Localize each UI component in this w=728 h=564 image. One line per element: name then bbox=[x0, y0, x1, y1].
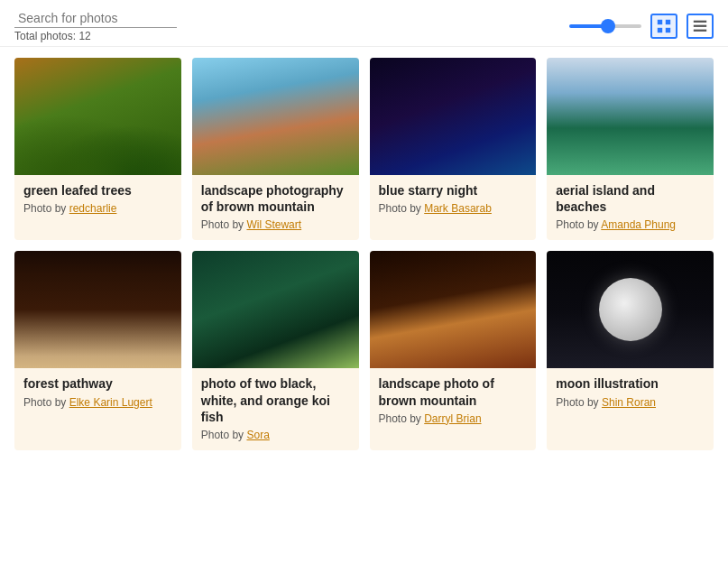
photo-author-forest-pathway[interactable]: Elke Karin Lugert bbox=[69, 396, 152, 409]
photo-image-moon-illustration bbox=[547, 251, 714, 368]
photo-info-landscape-brown-mountain: landscape photography of brown mountainP… bbox=[192, 175, 359, 240]
list-view-button[interactable] bbox=[687, 14, 714, 39]
photo-grid: green leafed treesPhoto by redcharlielan… bbox=[0, 47, 728, 461]
photo-credit-green-leafed-trees: Photo by redcharlie bbox=[23, 202, 172, 215]
photo-image-koi-fish bbox=[192, 251, 359, 368]
photo-credit-forest-pathway: Photo by Elke Karin Lugert bbox=[23, 396, 172, 409]
photo-credit-landscape-brown-mountain: Photo by Wil Stewart bbox=[201, 218, 350, 231]
photo-author-aerial-island-beaches[interactable]: Amanda Phung bbox=[601, 218, 676, 231]
svg-rect-3 bbox=[666, 27, 670, 32]
photo-title-forest-pathway: forest pathway bbox=[23, 375, 172, 392]
photo-info-green-leafed-trees: green leafed treesPhoto by redcharlie bbox=[14, 175, 181, 240]
photo-title-landscape-brown-mountain: landscape photography of brown mountain bbox=[201, 182, 350, 215]
photo-author-landscape-brown-mountain[interactable]: Wil Stewart bbox=[246, 218, 301, 231]
photo-author-green-leafed-trees[interactable]: redcharlie bbox=[69, 202, 117, 215]
photo-card-landscape-brown-mountain: landscape photography of brown mountainP… bbox=[192, 58, 359, 240]
photo-card-forest-pathway: forest pathwayPhoto by Elke Karin Lugert bbox=[14, 251, 181, 450]
total-photos-label: Total photos: 12 bbox=[14, 30, 558, 42]
svg-rect-6 bbox=[694, 29, 706, 31]
photo-image-forest-pathway bbox=[14, 251, 181, 368]
photo-title-koi-fish: photo of two black, white, and orange ko… bbox=[201, 375, 350, 425]
photo-credit-aerial-island-beaches: Photo by Amanda Phung bbox=[556, 218, 705, 231]
photo-image-landscape-brown-mountain bbox=[192, 58, 359, 175]
svg-rect-0 bbox=[658, 19, 662, 23]
photo-info-moon-illustration: moon illustrationPhoto by Shin Roran bbox=[547, 368, 714, 450]
search-input[interactable] bbox=[14, 9, 177, 28]
photo-author-landscape-brown-mountain2[interactable]: Darryl Brian bbox=[424, 412, 481, 425]
photo-title-landscape-brown-mountain2: landscape photo of brown mountain bbox=[379, 375, 528, 408]
photo-author-moon-illustration[interactable]: Shin Roran bbox=[602, 396, 656, 409]
photo-title-blue-starry-night: blue starry night bbox=[379, 182, 528, 199]
photo-info-forest-pathway: forest pathwayPhoto by Elke Karin Lugert bbox=[14, 368, 181, 450]
photo-title-aerial-island-beaches: aerial island and beaches bbox=[556, 182, 705, 215]
photo-card-green-leafed-trees: green leafed treesPhoto by redcharlie bbox=[14, 58, 181, 240]
toolbar-right bbox=[569, 14, 714, 39]
photo-credit-landscape-brown-mountain2: Photo by Darryl Brian bbox=[379, 412, 528, 425]
photo-title-green-leafed-trees: green leafed trees bbox=[23, 182, 172, 199]
photo-info-aerial-island-beaches: aerial island and beachesPhoto by Amanda… bbox=[547, 175, 714, 240]
photo-author-koi-fish[interactable]: Sora bbox=[246, 429, 269, 441]
photo-image-landscape-brown-mountain2 bbox=[370, 251, 537, 368]
photo-credit-blue-starry-night: Photo by Mark Basarab bbox=[379, 202, 528, 215]
photo-info-landscape-brown-mountain2: landscape photo of brown mountainPhoto b… bbox=[370, 368, 537, 450]
grid-view-button[interactable] bbox=[650, 14, 677, 39]
svg-rect-4 bbox=[694, 20, 706, 22]
photo-card-koi-fish: photo of two black, white, and orange ko… bbox=[192, 251, 359, 450]
photo-card-landscape-brown-mountain2: landscape photo of brown mountainPhoto b… bbox=[370, 251, 537, 450]
header: Total photos: 12 bbox=[0, 0, 728, 47]
photo-card-moon-illustration: moon illustrationPhoto by Shin Roran bbox=[547, 251, 714, 450]
search-area: Total photos: 12 bbox=[14, 9, 558, 42]
photo-author-blue-starry-night[interactable]: Mark Basarab bbox=[424, 202, 492, 215]
photo-credit-moon-illustration: Photo by Shin Roran bbox=[556, 396, 705, 409]
photo-card-aerial-island-beaches: aerial island and beachesPhoto by Amanda… bbox=[547, 58, 714, 240]
svg-rect-5 bbox=[694, 24, 706, 26]
photo-credit-koi-fish: Photo by Sora bbox=[201, 429, 350, 441]
size-slider[interactable] bbox=[569, 24, 641, 28]
photo-image-aerial-island-beaches bbox=[547, 58, 714, 175]
photo-image-blue-starry-night bbox=[370, 58, 537, 175]
photo-info-koi-fish: photo of two black, white, and orange ko… bbox=[192, 368, 359, 450]
svg-rect-1 bbox=[666, 19, 670, 23]
slider-container bbox=[569, 24, 641, 28]
photo-card-blue-starry-night: blue starry nightPhoto by Mark Basarab bbox=[370, 58, 537, 240]
svg-rect-2 bbox=[658, 27, 662, 32]
photo-info-blue-starry-night: blue starry nightPhoto by Mark Basarab bbox=[370, 175, 537, 240]
photo-image-green-leafed-trees bbox=[14, 58, 181, 175]
photo-title-moon-illustration: moon illustration bbox=[556, 375, 705, 392]
